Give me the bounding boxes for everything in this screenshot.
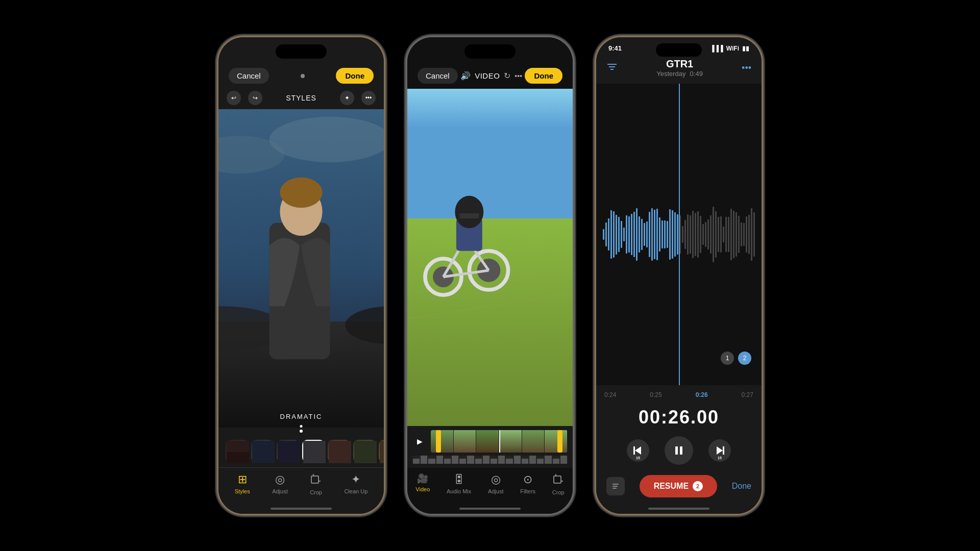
home-indicator-1 bbox=[271, 508, 332, 510]
rotate-icon[interactable]: ↻ bbox=[504, 71, 510, 81]
timeline-scrub[interactable] bbox=[412, 456, 568, 464]
video-title: VIDEO bbox=[475, 71, 500, 80]
skip-back-button[interactable]: 15 bbox=[627, 439, 649, 462]
bottom-toolbar-1: ⊞ Styles ◎ Adjust Crop ✦ Clean Up bbox=[218, 467, 384, 506]
svg-rect-41 bbox=[675, 446, 678, 455]
scrub-marks bbox=[412, 456, 568, 464]
done-button-2[interactable]: Done bbox=[525, 68, 562, 84]
done-button-1[interactable]: Done bbox=[336, 68, 374, 84]
cleanup-label: Clean Up bbox=[344, 488, 368, 494]
photo-dot bbox=[300, 425, 303, 428]
podcast-date: Yesterday bbox=[656, 70, 685, 78]
style-thumb-2[interactable] bbox=[251, 440, 274, 462]
toolbar-video[interactable]: 🎥 Video bbox=[415, 473, 430, 495]
resume-button[interactable]: RESUME 2 bbox=[640, 475, 717, 497]
cancel-button-2[interactable]: Cancel bbox=[418, 68, 458, 84]
style-thumb-7[interactable] bbox=[379, 440, 384, 462]
svg-rect-14 bbox=[329, 441, 351, 463]
phones-container: Cancel Done ↩ ↪ STYLES ✦ ••• bbox=[0, 0, 980, 551]
home-indicator-3 bbox=[648, 508, 709, 510]
timeline-area: ▶ bbox=[407, 426, 573, 468]
waveform-bar bbox=[664, 220, 666, 248]
time-display: 00:26.00 bbox=[596, 400, 762, 432]
volume-icon[interactable]: 🔊 bbox=[460, 71, 471, 81]
style-thumb-6[interactable] bbox=[353, 440, 376, 462]
video-icon: 🎥 bbox=[417, 473, 428, 484]
time-label: 9:41 bbox=[608, 44, 622, 52]
timeline-dot-2[interactable]: 2 bbox=[738, 352, 751, 365]
podcast-header: GTR1 Yesterday 0:49 ••• bbox=[596, 54, 762, 80]
toolbar-audiomix[interactable]: 🎛 Audio Mix bbox=[447, 473, 471, 495]
adjust-icon: ◎ bbox=[275, 473, 285, 486]
home-indicator-2 bbox=[459, 508, 521, 510]
redo-icon[interactable]: ↪ bbox=[248, 91, 262, 105]
undo-icon[interactable]: ↩ bbox=[227, 91, 241, 105]
filters-label: Filters bbox=[520, 488, 535, 494]
waveform-bar bbox=[710, 215, 712, 254]
style-thumb-1[interactable] bbox=[226, 440, 248, 462]
waveform-bar bbox=[738, 216, 740, 253]
phone-1: Cancel Done ↩ ↪ STYLES ✦ ••• bbox=[217, 36, 385, 515]
waveform-bar bbox=[674, 212, 676, 257]
timeline-controls: ▶ bbox=[412, 430, 568, 453]
waveform-bar bbox=[618, 217, 620, 253]
more-options-icon-1[interactable]: ••• bbox=[361, 91, 376, 105]
waveform-bar bbox=[641, 219, 643, 249]
toolbar-styles[interactable]: ⊞ Styles bbox=[235, 473, 250, 495]
photo-background bbox=[218, 109, 384, 428]
phone-3: 9:41 ▐▐▐ WiFi ▮▮ GTR1 bbox=[595, 36, 763, 515]
timeline-handle-right[interactable] bbox=[557, 430, 562, 453]
toolbar-adjust[interactable]: ◎ Adjust bbox=[272, 473, 288, 495]
audiomix-icon: 🎛 bbox=[453, 473, 464, 486]
done-button-3[interactable]: Done bbox=[732, 482, 751, 491]
toolbar-top-left-icons: ↩ ↪ bbox=[227, 91, 262, 105]
waveform-bar bbox=[646, 221, 648, 247]
waveform-bar bbox=[687, 214, 689, 255]
skip-forward-button[interactable]: 15 bbox=[708, 439, 731, 462]
waveform-bar bbox=[656, 209, 658, 260]
pause-button[interactable] bbox=[665, 436, 693, 465]
svg-rect-20 bbox=[407, 89, 573, 218]
toolbar-crop[interactable]: Crop bbox=[310, 473, 322, 495]
timeline-dot-1[interactable]: 1 bbox=[721, 352, 734, 365]
magic-icon[interactable]: ✦ bbox=[340, 91, 354, 105]
waveform-bar bbox=[636, 208, 638, 260]
style-thumb-4-active[interactable] bbox=[302, 440, 325, 462]
style-thumb-5[interactable] bbox=[328, 440, 350, 462]
styles-icon: ⊞ bbox=[238, 473, 247, 486]
cancel-button-1[interactable]: Cancel bbox=[229, 68, 269, 84]
toolbar-filters[interactable]: ⊙ Filters bbox=[520, 473, 535, 495]
toolbar-adjust-2[interactable]: ◎ Adjust bbox=[488, 473, 504, 495]
podcast-title: GTR1 bbox=[656, 58, 703, 70]
waveform-bar bbox=[684, 220, 686, 248]
waveform-bar bbox=[631, 214, 632, 256]
timeline-track[interactable] bbox=[431, 430, 568, 453]
waveform-bar bbox=[608, 218, 609, 251]
waveform-bar bbox=[700, 216, 701, 253]
waveform-bar bbox=[690, 215, 691, 254]
toolbar-crop-2[interactable]: Crop bbox=[552, 473, 565, 495]
toolbar-cleanup[interactable]: ✦ Clean Up bbox=[344, 473, 368, 495]
svg-rect-45 bbox=[612, 486, 618, 487]
waveform-bar bbox=[672, 210, 673, 259]
svg-rect-40 bbox=[633, 446, 635, 455]
styles-strip bbox=[218, 435, 384, 467]
more-icon-3[interactable]: ••• bbox=[742, 63, 751, 73]
waveform-bar bbox=[718, 217, 719, 252]
chapter-icon[interactable] bbox=[606, 477, 625, 495]
waveform-bar bbox=[669, 209, 671, 260]
svg-rect-44 bbox=[612, 484, 619, 485]
play-button[interactable]: ▶ bbox=[412, 434, 427, 448]
photo-image bbox=[218, 109, 384, 428]
timestamp-3: 0:27 bbox=[742, 391, 753, 398]
podcast-meta: Yesterday 0:49 bbox=[656, 70, 703, 78]
adjust-icon-2: ◎ bbox=[491, 473, 501, 486]
waveform-bar bbox=[705, 222, 706, 247]
more-icon-2[interactable]: ••• bbox=[514, 72, 522, 80]
adjust-label-2: Adjust bbox=[488, 488, 504, 494]
timeline-handle-left[interactable] bbox=[436, 430, 441, 453]
phone1-content: Cancel Done ↩ ↪ STYLES ✦ ••• bbox=[218, 37, 384, 514]
waveform-bar bbox=[677, 214, 678, 255]
filter-icon[interactable] bbox=[606, 62, 618, 74]
style-thumb-3[interactable] bbox=[277, 440, 299, 462]
